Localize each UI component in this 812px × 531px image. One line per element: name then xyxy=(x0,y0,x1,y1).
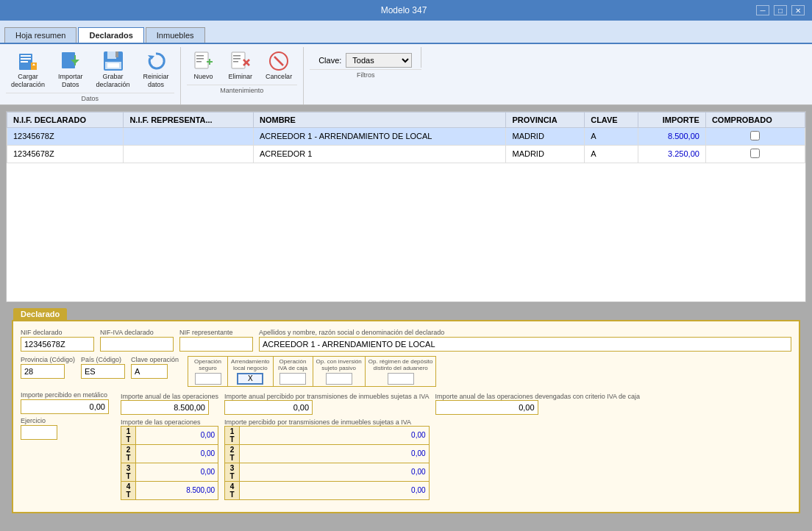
cell-comprobado[interactable] xyxy=(705,127,805,145)
nif-declarado-group: NIF declarado xyxy=(21,329,94,352)
filter-clave-select[interactable]: Todas A B C D E F G xyxy=(346,53,412,68)
op-seguro-input[interactable] xyxy=(195,373,221,385)
clave-operacion-group: Clave operación xyxy=(131,356,179,379)
maximize-button[interactable]: □ xyxy=(774,5,787,15)
cell-importe: 3.250,00 xyxy=(638,145,706,163)
ribbon-datos-label: Datos xyxy=(6,93,174,104)
provincia-group: Provincia (Código) xyxy=(21,356,75,379)
cell-nif: 12345678Z xyxy=(7,145,124,163)
trim-row: 3 T0,00 xyxy=(121,463,218,481)
ribbon-mantenimiento-label: Mantenimiento xyxy=(187,85,298,96)
importar-datos-label: ImportarDatos xyxy=(58,73,83,89)
reiniciar-datos-label: Reiniciardatos xyxy=(143,73,169,89)
op-iva-caja-input[interactable] xyxy=(279,373,306,385)
cell-clave: A xyxy=(585,127,638,145)
cell-clave: A xyxy=(585,145,638,163)
nuevo-icon xyxy=(192,49,216,73)
importe-iva-caja-input[interactable] xyxy=(435,400,538,415)
minimize-button[interactable]: ─ xyxy=(756,5,769,15)
cell-nif: 12345678Z xyxy=(7,127,124,145)
tab-declarados[interactable]: Declarados xyxy=(78,27,143,43)
trim-row: 2 T0,00 xyxy=(121,444,218,463)
trim-row: 2 T0,00 xyxy=(225,444,429,463)
trimestre-ops-table: 1 T0,00 2 T0,00 3 T0,00 4 T8.500,00 xyxy=(121,426,218,500)
eliminar-button[interactable]: Eliminar xyxy=(224,47,258,83)
col-nif-declarado: N.I.F. DECLARADO xyxy=(7,112,124,127)
importar-datos-button[interactable]: ImportarDatos xyxy=(53,47,88,91)
grabar-declaracion-button[interactable]: Grabardeclaración xyxy=(91,47,135,91)
grabar-declaracion-icon xyxy=(102,49,125,73)
op-iva-caja-label: OperaciónIVA de caja xyxy=(278,358,307,372)
provincia-input[interactable] xyxy=(21,364,65,379)
op-inversion-input[interactable] xyxy=(326,373,352,385)
op-deposito-input[interactable] xyxy=(388,373,414,385)
svg-rect-20 xyxy=(209,59,210,65)
trimestre-transmisiones-label: Importe percibido por transmisiones de i… xyxy=(224,418,411,426)
tab-bar: Hoja resumen Declarados Inmuebles xyxy=(0,21,812,44)
cell-nombre: ACREEDOR 1 - ARRENDAMIENTO DE LOCAL xyxy=(253,127,506,145)
reiniciar-datos-icon xyxy=(144,49,168,73)
declarados-table: N.I.F. DECLARADO N.I.F. REPRESENTA... NO… xyxy=(7,112,805,163)
svg-line-28 xyxy=(274,57,283,65)
cargar-declaracion-icon xyxy=(16,49,40,73)
ribbon-group-filtros: Clave: Todas A B C D E F G Filtros xyxy=(304,47,427,104)
op-inversion-cell: Op. con inversiónsujeto pasivo xyxy=(313,357,366,386)
left-col: Importe percibido en metálico Ejercicio xyxy=(21,391,109,440)
importe-anual-input[interactable] xyxy=(121,400,209,415)
tab-hoja-resumen[interactable]: Hoja resumen xyxy=(4,27,76,43)
ribbon-group-mantenimiento: Nuevo Eliminar Cancelar Mantenimiento xyxy=(181,47,304,104)
svg-rect-15 xyxy=(195,52,208,68)
cancelar-button[interactable]: Cancelar xyxy=(260,47,297,83)
cargar-declaracion-button[interactable]: Cargardeclaración xyxy=(6,47,50,91)
table-row[interactable]: 12345678Z ACREEDOR 1 - ARRENDAMIENTO DE … xyxy=(7,127,805,145)
svg-rect-2 xyxy=(21,58,31,60)
title-bar: Modelo 347 ─ □ ✕ xyxy=(0,0,812,21)
window-controls: ─ □ ✕ xyxy=(756,5,805,15)
reiniciar-datos-button[interactable]: Reiniciardatos xyxy=(138,47,174,91)
form-row-1: NIF declarado NIF-IVA declarado NIF repr… xyxy=(21,329,791,352)
table-panel: N.I.F. DECLARADO N.I.F. REPRESENTA... NO… xyxy=(6,111,806,302)
filter-clave-label: Clave: xyxy=(318,56,341,65)
col-nombre: NOMBRE xyxy=(253,112,506,127)
clave-operacion-input[interactable] xyxy=(131,364,168,379)
table-row[interactable]: 12345678Z ACREEDOR 1 MADRID A 3.250,00 xyxy=(7,145,805,163)
cell-nif-rep xyxy=(124,127,254,145)
ejercicio-input[interactable] xyxy=(21,425,57,440)
declarado-panel: Declarado NIF declarado NIF-IVA declarad… xyxy=(12,320,800,513)
tab-inmuebles[interactable]: Inmuebles xyxy=(146,27,205,43)
nif-iva-label: NIF-IVA declarado xyxy=(100,329,174,336)
trimestre-section: Importe anual de las operaciones Importe… xyxy=(121,391,640,500)
svg-rect-24 xyxy=(233,61,238,63)
form-row-3: Importe percibido en metálico Ejercicio … xyxy=(21,391,791,500)
nif-representante-input[interactable] xyxy=(179,337,253,352)
cargar-declaracion-label: Cargardeclaración xyxy=(11,73,45,89)
svg-rect-22 xyxy=(233,55,241,57)
svg-rect-18 xyxy=(196,61,202,63)
importe-transmisiones-label: Importe anual percibido por transmisione… xyxy=(224,393,429,400)
cell-comprobado[interactable] xyxy=(705,145,805,163)
nuevo-button[interactable]: Nuevo xyxy=(187,47,221,83)
table-header-row: N.I.F. DECLARADO N.I.F. REPRESENTA... NO… xyxy=(7,112,805,127)
nif-iva-group: NIF-IVA declarado xyxy=(100,329,174,352)
svg-rect-3 xyxy=(21,61,28,63)
importe-metalico-input[interactable] xyxy=(21,399,109,414)
importe-anual-label: Importe anual de las operaciones xyxy=(121,393,218,400)
form-row-2: Provincia (Código) País (Código) Clave o… xyxy=(21,356,791,387)
comprobado-checkbox[interactable] xyxy=(750,131,760,140)
importe-transmisiones-input[interactable] xyxy=(224,400,313,415)
nif-iva-input[interactable] xyxy=(100,337,174,352)
trim-row: 4 T8.500,00 xyxy=(121,481,218,499)
op-inversion-label: Op. con inversiónsujeto pasivo xyxy=(316,358,362,372)
cell-nif-rep xyxy=(124,145,254,163)
ejercicio-group: Ejercicio xyxy=(21,417,109,440)
close-button[interactable]: ✕ xyxy=(791,5,805,15)
trim-row: 4 T0,00 xyxy=(225,481,429,499)
op-arrendamiento-input[interactable] xyxy=(237,373,263,385)
op-arrendamiento-cell: Arrendamientolocal negocio xyxy=(228,357,273,386)
pais-input[interactable] xyxy=(81,364,125,379)
nif-declarado-input[interactable] xyxy=(21,337,94,352)
ejercicio-label: Ejercicio xyxy=(21,417,109,424)
apellidos-nombre-input[interactable] xyxy=(259,337,791,352)
comprobado-checkbox[interactable] xyxy=(750,149,760,158)
op-arrendamiento-label: Arrendamientolocal negocio xyxy=(231,358,269,372)
